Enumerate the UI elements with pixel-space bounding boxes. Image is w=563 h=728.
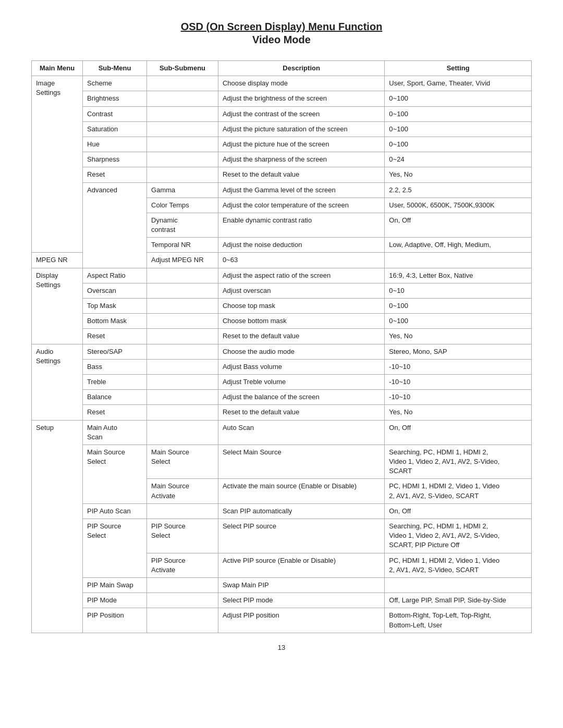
cell-description: Reset to the default value [218, 405, 384, 420]
cell-description: Adjust PIP position [218, 608, 384, 633]
cell-description: Activate the main source (Enable or Disa… [218, 479, 384, 503]
cell-setting: Low, Adaptive, Off, High, Medium, [385, 238, 532, 253]
cell-sub-submenu: Main Source Activate [147, 479, 218, 503]
cell-description: Adjust the contrast of the screen [218, 106, 384, 121]
cell-setting: 2.2, 2.5 [385, 182, 532, 198]
cell-main-menu: Setup [32, 420, 83, 633]
cell-sub-menu: Sharpness [83, 152, 147, 167]
col-main-menu: Main Menu [32, 61, 83, 76]
cell-sub-menu: Scheme [83, 76, 147, 91]
cell-description: Scan PIP automatically [218, 503, 384, 519]
table-row: AdvancedGammaAdjust the Gamma level of t… [32, 182, 532, 198]
cell-description: Auto Scan [218, 420, 384, 445]
cell-description: Adjust the balance of the screen [218, 390, 384, 405]
table-row: PIP Auto ScanScan PIP automaticallyOn, O… [32, 503, 532, 519]
cell-description: Adjust the color temperature of the scre… [218, 198, 384, 213]
cell-sub-menu: PIP Main Swap [83, 577, 147, 593]
cell-sub-submenu: PIP Source Activate [147, 553, 218, 577]
table-row: HueAdjust the picture hue of the screen0… [32, 137, 532, 152]
cell-sub-menu: Main Source Select [83, 445, 147, 503]
osd-table: Main Menu Sub-Menu Sub-Submenu Descripti… [31, 60, 532, 633]
cell-setting: On, Off [385, 503, 532, 519]
cell-sub-submenu [147, 503, 218, 519]
table-row: OverscanAdjust overscan0~10 [32, 283, 532, 298]
table-row: Audio SettingsStereo/SAPChoose the audio… [32, 344, 532, 359]
cell-setting: User, Sport, Game, Theater, Vivid [385, 76, 532, 91]
col-description: Description [218, 61, 384, 76]
page-title: OSD (On Screen Display) Menu Function Vi… [31, 21, 532, 46]
table-row: ResetReset to the default valueYes, No [32, 167, 532, 182]
cell-sub-submenu [147, 152, 218, 167]
cell-description: Adjust the noise deduction [218, 238, 384, 253]
cell-setting: Off, Large PIP, Small PIP, Side-by-Side [385, 593, 532, 608]
cell-setting: 0~100 [385, 299, 532, 314]
cell-sub-menu: PIP Source Select [83, 519, 147, 578]
cell-sub-submenu [147, 106, 218, 121]
cell-description: Adjust the aspect ratio of the screen [218, 268, 384, 283]
table-row: Main Source SelectMain Source SelectSele… [32, 445, 532, 479]
cell-setting: 0~63 [218, 253, 384, 268]
cell-setting: 0~100 [385, 91, 532, 106]
cell-description: Adjust the Gamma level of the screen [218, 182, 384, 198]
table-row: BrightnessAdjust the brightness of the s… [32, 91, 532, 106]
cell-description: Adjust Treble volume [218, 374, 384, 389]
cell-main-menu: Display Settings [32, 268, 83, 344]
cell-sub-submenu [147, 577, 218, 593]
cell-sub-submenu [147, 329, 218, 344]
cell-setting: PC, HDMI 1, HDMI 2, Video 1, Video 2, AV… [385, 479, 532, 503]
cell-sub-submenu [147, 121, 218, 137]
cell-description: Choose display mode [218, 76, 384, 91]
cell-sub-menu: Bass [83, 359, 147, 374]
cell-setting: -10~10 [385, 359, 532, 374]
cell-sub-submenu [147, 390, 218, 405]
cell-sub-menu: PIP Auto Scan [83, 503, 147, 519]
col-setting: Setting [385, 61, 532, 76]
cell-description: Swap Main PIP [218, 577, 384, 593]
cell-setting: PC, HDMI 1, HDMI 2, Video 1, Video 2, AV… [385, 553, 532, 577]
table-row: SharpnessAdjust the sharpness of the scr… [32, 152, 532, 167]
cell-main-menu: Image Settings [32, 76, 83, 253]
cell-sub-submenu [147, 314, 218, 329]
table-row: BalanceAdjust the balance of the screen-… [32, 390, 532, 405]
cell-setting: 0~100 [385, 137, 532, 152]
cell-sub-menu: PIP Position [83, 608, 147, 633]
cell-setting: -10~10 [385, 390, 532, 405]
cell-setting: 0~10 [385, 283, 532, 298]
table-row: Bottom MaskChoose bottom mask0~100 [32, 314, 532, 329]
cell-setting: Yes, No [385, 329, 532, 344]
cell-description: Adjust MPEG NR [147, 253, 218, 268]
cell-sub-submenu [147, 420, 218, 445]
cell-description: Choose the audio mode [218, 344, 384, 359]
cell-sub-menu: Reset [83, 329, 147, 344]
cell-description: Reset to the default value [218, 167, 384, 182]
cell-sub-submenu [147, 283, 218, 298]
cell-sub-menu: Aspect Ratio [83, 268, 147, 283]
col-sub-submenu: Sub-Submenu [147, 61, 218, 76]
table-row: ContrastAdjust the contrast of the scree… [32, 106, 532, 121]
cell-description: Adjust the picture saturation of the scr… [218, 121, 384, 137]
cell-sub-menu: Brightness [83, 91, 147, 106]
cell-sub-submenu [147, 268, 218, 283]
cell-description: Choose bottom mask [218, 314, 384, 329]
cell-description: Active PIP source (Enable or Disable) [218, 553, 384, 577]
cell-sub-submenu: Dynamic contrast [147, 213, 218, 237]
cell-sub-menu: Advanced [83, 182, 147, 268]
cell-sub-menu: Bottom Mask [83, 314, 147, 329]
cell-sub-submenu [147, 299, 218, 314]
cell-sub-submenu: MPEG NR [32, 253, 83, 268]
cell-sub-menu: Top Mask [83, 299, 147, 314]
cell-sub-submenu: PIP Source Select [147, 519, 218, 553]
cell-sub-submenu [147, 137, 218, 152]
cell-sub-menu: Saturation [83, 121, 147, 137]
cell-sub-menu: Stereo/SAP [83, 344, 147, 359]
title-line2: Video Mode [31, 34, 532, 46]
cell-sub-submenu [147, 167, 218, 182]
cell-setting: 16:9, 4:3, Letter Box, Native [385, 268, 532, 283]
cell-setting: User, 5000K, 6500K, 7500K,9300K [385, 198, 532, 213]
table-row: TrebleAdjust Treble volume-10~10 [32, 374, 532, 389]
cell-sub-menu: Reset [83, 405, 147, 420]
table-row: PIP PositionAdjust PIP positionBottom-Ri… [32, 608, 532, 633]
cell-setting: On, Off [385, 420, 532, 445]
cell-sub-submenu [147, 359, 218, 374]
cell-sub-submenu [147, 91, 218, 106]
